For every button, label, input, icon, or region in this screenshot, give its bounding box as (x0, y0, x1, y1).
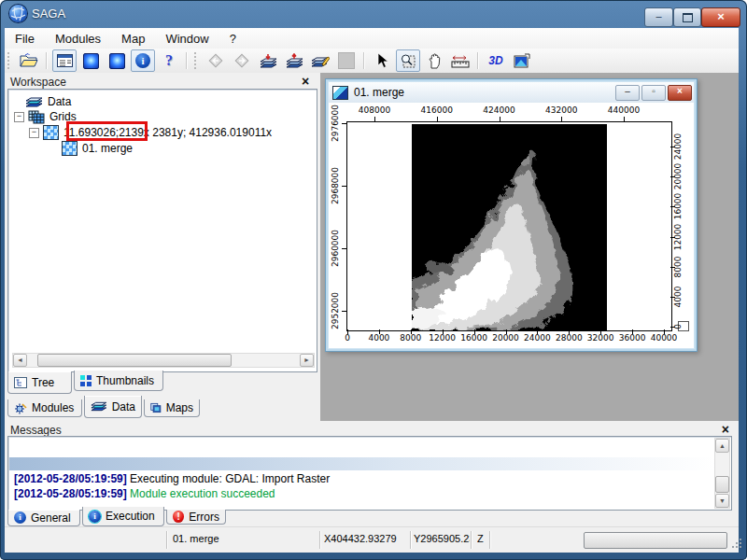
toolbar-gripper[interactable] (194, 52, 200, 69)
load-data-button[interactable] (256, 49, 280, 72)
tree-item-data[interactable]: Data (25, 94, 71, 109)
pan-tool-button[interactable] (422, 49, 446, 72)
back-arrow-icon (207, 52, 224, 69)
zoom-tool-button[interactable] (396, 49, 420, 72)
messages-vertical-scrollbar[interactable]: ▲ ▼ (714, 438, 730, 509)
forward-arrow-icon (233, 52, 250, 69)
map-client[interactable]: 4080004160004240004320004400000400080001… (329, 103, 694, 348)
tab-label: Modules (32, 401, 74, 414)
data-tree: Data − Grids − 11.693026; 2139x 2381y; 4… (7, 89, 317, 372)
tab-label: Maps (166, 401, 193, 414)
toolbar-separator (477, 52, 479, 69)
toolbar-separator (46, 52, 48, 69)
title-bar[interactable]: SAGA – × (0, 0, 747, 28)
close-button[interactable]: × (701, 7, 740, 27)
message-timestamp: [2012-05-28/05:19:59] (14, 472, 127, 485)
scrollbar-thumb[interactable] (715, 476, 729, 493)
hand-icon (427, 53, 442, 69)
axis-label-left: 2952000 (331, 292, 340, 329)
layers-pen-icon (311, 53, 330, 69)
show-workspace-button[interactable] (52, 49, 77, 72)
tree-horizontal-scrollbar[interactable]: ◄ ► (12, 353, 315, 368)
axis-tick (342, 311, 346, 312)
map-window-title-bar[interactable]: 01. merge – ▫ × (329, 82, 694, 104)
scroll-left-icon[interactable]: ◄ (13, 354, 27, 367)
menu-window[interactable]: Window (155, 30, 218, 48)
workspace-close-button[interactable]: × (302, 76, 309, 87)
tab-tree[interactable]: Tree (7, 371, 72, 394)
map-window[interactable]: 01. merge – ▫ × (325, 78, 698, 352)
view-3d-button[interactable]: 3D (484, 49, 508, 72)
tree-item-merge-layer[interactable]: 01. merge (62, 141, 133, 156)
tab-errors[interactable]: ! Errors (166, 510, 226, 525)
axis-tick (670, 176, 675, 177)
minimize-button[interactable]: – (644, 7, 673, 27)
menu-modules[interactable]: Modules (45, 30, 111, 48)
scroll-down-icon[interactable]: ▼ (715, 494, 729, 508)
copy-layers-button[interactable] (308, 49, 332, 72)
map-minimize-button[interactable]: – (615, 85, 640, 101)
messages-list: [2012-05-28/05:19:59] Executing module: … (7, 436, 732, 511)
toolbar-gripper[interactable] (7, 52, 13, 69)
print-layout-button[interactable] (510, 49, 534, 72)
scrollbar-thumb[interactable] (37, 354, 232, 367)
menu-help[interactable]: ? (219, 30, 247, 48)
tab-label: Thumbnails (96, 374, 154, 387)
disabled-square-icon (338, 52, 355, 69)
tab-label: Data (112, 400, 135, 413)
axis-tick (537, 329, 538, 334)
axis-label-bottom: 24000 (524, 333, 551, 343)
tab-general[interactable]: i General (7, 510, 80, 526)
show-properties-button[interactable] (105, 49, 129, 72)
history-back-button (204, 49, 228, 72)
help-button[interactable]: ? (157, 49, 181, 72)
axis-tick (506, 329, 507, 334)
open-file-button[interactable] (17, 49, 41, 72)
map-close-button[interactable]: × (668, 85, 692, 101)
axis-label-left: 2976000 (331, 105, 340, 142)
progress-bar (584, 532, 727, 549)
axis-label-bottom: 8000 (400, 333, 421, 343)
show-data-source-button[interactable] (78, 49, 103, 72)
message-entry[interactable]: [2012-05-28/05:19:59] Module execution s… (14, 487, 275, 500)
save-data-button[interactable] (282, 49, 306, 72)
axis-tick (374, 117, 375, 121)
selected-message-row[interactable] (9, 457, 715, 470)
menu-map[interactable]: Map (111, 30, 155, 48)
show-messages-button[interactable]: i (131, 49, 155, 72)
tab-maps[interactable]: Maps (144, 399, 200, 417)
message-entry[interactable]: [2012-05-28/05:19:59] Executing module: … (14, 472, 330, 485)
tab-modules[interactable]: Modules (7, 399, 82, 417)
tab-thumbnails[interactable]: Thumbnails (74, 371, 163, 391)
message-text: Executing module: GDAL: Import Raster (130, 472, 330, 485)
maximize-button[interactable] (673, 7, 701, 27)
scroll-up-icon[interactable]: ▲ (715, 439, 729, 453)
axis-label-bottom: 16000 (460, 333, 487, 343)
status-bar: 01. merge X404432.93279 Y2965905.2376 Z (5, 526, 739, 553)
status-divider (166, 531, 167, 549)
axis-tick (347, 329, 348, 334)
tree-item-label: Data (48, 95, 71, 108)
pointer-tool-button[interactable] (370, 49, 394, 72)
status-divider (410, 531, 411, 549)
axis-tick (342, 186, 346, 187)
workspace-panel: Workspace × Data − Grids − 11.6 (5, 73, 320, 421)
messages-close-button[interactable]: × (722, 424, 729, 435)
resize-grip[interactable] (732, 546, 734, 548)
dem-raster-image[interactable] (412, 124, 607, 330)
zoom-rectangle-icon (400, 53, 416, 69)
measure-tool-button[interactable] (448, 49, 472, 72)
tab-data[interactable]: Data (84, 396, 142, 418)
cursor-arrow-icon (374, 52, 389, 69)
axis-label-bottom: 36000 (619, 333, 646, 343)
grid-layer-icon (62, 141, 78, 156)
axis-tick (600, 329, 601, 334)
workspace-panel-title: Workspace (10, 76, 66, 89)
tab-execution[interactable]: i Execution (82, 507, 164, 526)
collapse-expander-icon[interactable]: − (14, 112, 24, 122)
collapse-expander-icon[interactable]: − (29, 128, 39, 138)
map-maximize-button[interactable]: ▫ (641, 85, 666, 101)
scroll-right-icon[interactable]: ► (300, 354, 314, 367)
menu-file[interactable]: File (5, 30, 45, 48)
axis-tick (342, 248, 346, 249)
